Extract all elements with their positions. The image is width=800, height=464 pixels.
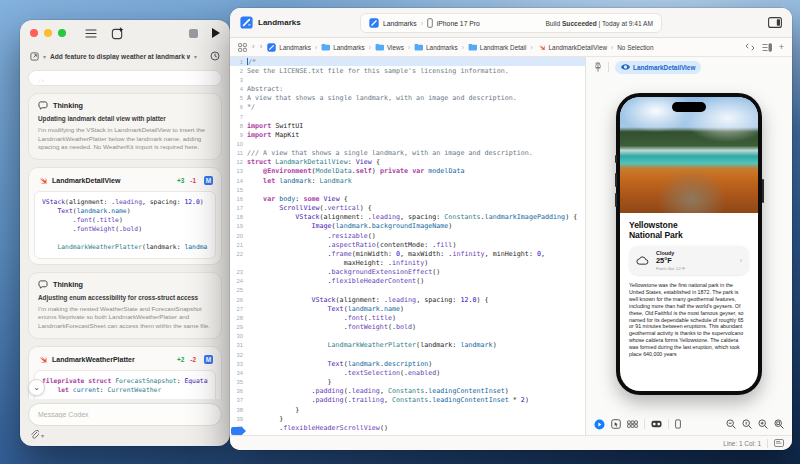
weather-platter[interactable]: Cloudy 25°F Feels like 12°F › xyxy=(629,246,749,275)
related-items-icon[interactable] xyxy=(238,43,247,52)
line-number-gutter[interactable]: 9 xyxy=(230,132,247,138)
line-number-gutter[interactable]: 14 xyxy=(230,178,247,184)
variants-button[interactable] xyxy=(627,420,638,429)
line-number-gutter[interactable]: 8 xyxy=(230,123,247,129)
breadcrumb-item[interactable]: Landmark Detail xyxy=(468,43,527,51)
line-number-gutter[interactable]: 15 xyxy=(230,187,247,193)
line-number-gutter[interactable]: 37 xyxy=(230,397,247,403)
line-number-gutter[interactable]: 5 xyxy=(230,95,247,101)
editor-line[interactable]: 39 } xyxy=(230,414,585,423)
editor-line[interactable]: 1/* xyxy=(230,57,585,66)
line-number-gutter[interactable]: 11 xyxy=(230,150,247,156)
editor-line[interactable]: 35 } xyxy=(230,377,585,386)
editor-line[interactable]: 28 .font(.title) xyxy=(230,313,585,322)
line-number-gutter[interactable]: 31 xyxy=(230,342,247,348)
line-number-gutter[interactable]: 22 xyxy=(230,251,247,257)
line-number-gutter[interactable]: 20 xyxy=(230,233,247,239)
editor-line[interactable]: 20 .resizable() xyxy=(230,231,585,240)
line-number-gutter[interactable]: 38 xyxy=(230,407,247,413)
editor-line[interactable]: 40 .flexibleHeaderScrollView() xyxy=(230,423,585,432)
editor-line[interactable]: 10 xyxy=(230,139,585,148)
inspector-toggle-icon[interactable] xyxy=(768,17,782,28)
assistant-chat-scroll[interactable]: /*See the LICENSE.txt file for this samp… xyxy=(20,66,230,399)
device-bezels-button[interactable] xyxy=(675,419,681,429)
line-number-gutter[interactable]: 12 xyxy=(230,159,247,165)
editor-line[interactable]: 6*/ xyxy=(230,103,585,112)
preview-target-badge[interactable]: LandmarkDetailView xyxy=(615,61,701,74)
run-destination[interactable]: iPhone 17 Pro xyxy=(437,20,480,27)
editor-line[interactable]: 16 var body: some View { xyxy=(230,194,585,203)
editor-line[interactable]: 12struct LandmarkDetailView: View { xyxy=(230,158,585,167)
line-number-gutter[interactable]: 34 xyxy=(230,370,247,376)
editor-focus-icon[interactable] xyxy=(774,439,784,447)
line-number-gutter[interactable]: 23 xyxy=(230,269,247,275)
line-number-gutter[interactable]: 18 xyxy=(230,214,247,220)
editor-line[interactable]: 34 .textSelection(.enabled) xyxy=(230,368,585,377)
editor-line[interactable]: 7 xyxy=(230,112,585,121)
editor-line[interactable]: maxHeight: .infinity) xyxy=(230,258,585,267)
line-number-gutter[interactable]: 30 xyxy=(230,333,247,339)
editor-line[interactable]: 18 VStack(alignment: .leading, spacing: … xyxy=(230,213,585,222)
scheme-name[interactable]: Landmarks xyxy=(383,20,417,27)
editor-line[interactable]: 24 .flexibleHeaderContent() xyxy=(230,277,585,286)
message-input[interactable] xyxy=(28,403,222,426)
editor-line[interactable]: 29 .fontWeight(.bold) xyxy=(230,323,585,332)
editor-line[interactable]: 2See the LICENSE.txt file for this sampl… xyxy=(230,66,585,75)
line-number-gutter[interactable]: 33 xyxy=(230,361,247,367)
editor-line[interactable]: 23 .backgroundExtensionEffect() xyxy=(230,268,585,277)
editor-line[interactable]: 13 @Environment(ModelData.self) private … xyxy=(230,167,585,176)
line-number-gutter[interactable]: 21 xyxy=(230,242,247,248)
chat-list-icon[interactable] xyxy=(84,26,98,40)
run-button[interactable] xyxy=(212,28,220,38)
chevron-down-icon[interactable]: ▾ xyxy=(43,53,46,60)
minimap-options-icon[interactable] xyxy=(762,43,772,52)
zoom-in-button[interactable] xyxy=(758,419,768,429)
line-number-gutter[interactable]: 32 xyxy=(230,352,247,358)
editor-line[interactable]: 32 xyxy=(230,350,585,359)
history-clock-icon[interactable] xyxy=(210,51,220,61)
line-number-gutter[interactable]: 13 xyxy=(230,168,247,174)
forward-button[interactable]: › xyxy=(260,43,263,51)
line-number-gutter[interactable]: 19 xyxy=(230,223,247,229)
live-preview-button[interactable] xyxy=(594,419,605,430)
scroll-to-bottom-button[interactable]: ⌄ xyxy=(28,379,45,396)
chevron-down-icon[interactable]: ▾ xyxy=(194,53,197,60)
open-session-icon[interactable] xyxy=(30,52,39,61)
breadcrumb-item[interactable]: Landmarks xyxy=(414,43,458,51)
file-change-card[interactable]: LandmarkDetailView +3 -1 M VStack(alignm… xyxy=(28,167,222,265)
editor-line[interactable]: 31 LandmarkWeatherPlatter(landmark: land… xyxy=(230,341,585,350)
new-chat-icon[interactable] xyxy=(110,26,124,40)
zoom-to-fit-button[interactable] xyxy=(774,419,784,429)
thinking-card[interactable]: Thinking Updating landmark detail view w… xyxy=(28,93,222,160)
minimize-window-button[interactable] xyxy=(44,29,52,37)
line-number-gutter[interactable]: 26 xyxy=(230,297,247,303)
selectable-mode-button[interactable] xyxy=(611,419,621,429)
breadcrumb-item[interactable]: LandmarkDetailView xyxy=(537,43,608,52)
editor-line[interactable]: 33 Text(landmark.description) xyxy=(230,359,585,368)
code-review-icon[interactable] xyxy=(745,43,755,51)
stop-button[interactable] xyxy=(189,29,198,38)
editor-line[interactable]: 38 } xyxy=(230,405,585,414)
editor-line[interactable]: 3 xyxy=(230,75,585,84)
editor-line[interactable]: 15 xyxy=(230,185,585,194)
line-number-gutter[interactable]: 3 xyxy=(230,77,247,83)
add-editor-icon[interactable]: + xyxy=(779,43,784,52)
editor-line[interactable]: 37 .padding(.trailing, Constants.leading… xyxy=(230,396,585,405)
line-number-gutter[interactable]: 4 xyxy=(230,86,247,92)
editor-line[interactable]: 8import SwiftUI xyxy=(230,121,585,130)
zoom-window-button[interactable] xyxy=(58,29,66,37)
breadcrumb-item[interactable]: Landmarks xyxy=(267,43,311,52)
attach-paperclip-icon[interactable] xyxy=(30,430,39,440)
breadcrumb-item[interactable]: Views xyxy=(375,43,404,51)
editor-line[interactable]: 14 let landmark: Landmark xyxy=(230,176,585,185)
line-number-gutter[interactable]: 29 xyxy=(230,324,247,330)
line-number-gutter[interactable]: 2 xyxy=(230,68,247,74)
line-number-gutter[interactable]: 17 xyxy=(230,205,247,211)
editor-line[interactable]: 11/// A view that shows a single landmar… xyxy=(230,149,585,158)
editor-line[interactable]: 30 xyxy=(230,332,585,341)
line-number-gutter[interactable]: 1 xyxy=(230,59,247,65)
editor-line[interactable]: 19 Image(landmark.backgroundImageName) xyxy=(230,222,585,231)
line-number-gutter[interactable]: 10 xyxy=(230,141,247,147)
line-number-gutter[interactable]: 35 xyxy=(230,379,247,385)
editor-line[interactable]: 26 VStack(alignment: .leading, spacing: … xyxy=(230,295,585,304)
